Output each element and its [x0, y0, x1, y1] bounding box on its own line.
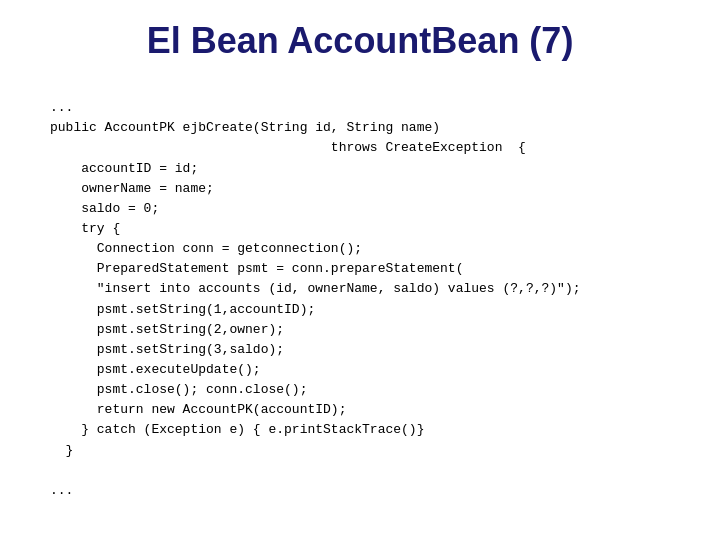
slide-container: El Bean AccountBean (7) ... public Accou…	[0, 0, 720, 540]
code-line-setstring3: psmt.setString(3,saldo);	[50, 342, 284, 357]
code-line-close: psmt.close(); conn.close();	[50, 382, 307, 397]
code-line-ownername: ownerName = name;	[50, 181, 214, 196]
code-line-catch: } catch (Exception e) { e.printStackTrac…	[50, 422, 424, 437]
code-line-public: public AccountPK ejbCreate(String id, St…	[50, 120, 440, 135]
code-line-insert: "insert into accounts (id, ownerName, sa…	[50, 281, 581, 296]
code-block: ... public AccountPK ejbCreate(String id…	[40, 78, 680, 521]
code-line-execute: psmt.executeUpdate();	[50, 362, 261, 377]
code-line-blank	[50, 463, 58, 478]
code-line-return: return new AccountPK(accountID);	[50, 402, 346, 417]
code-line-closing-brace: }	[50, 443, 73, 458]
code-line-saldo: saldo = 0;	[50, 201, 159, 216]
code-line-connection: Connection conn = getconnection();	[50, 241, 362, 256]
code-line-setstring1: psmt.setString(1,accountID);	[50, 302, 315, 317]
code-line-prepared: PreparedStatement psmt = conn.prepareSta…	[50, 261, 463, 276]
ellipsis-top: ...	[50, 100, 73, 115]
ellipsis-bottom: ...	[50, 483, 73, 498]
code-line-throws: throws CreateException {	[50, 140, 526, 155]
code-line-try: try {	[50, 221, 120, 236]
slide-title: El Bean AccountBean (7)	[147, 20, 574, 62]
code-line-setstring2: psmt.setString(2,owner);	[50, 322, 284, 337]
code-line-accountid: accountID = id;	[50, 161, 198, 176]
